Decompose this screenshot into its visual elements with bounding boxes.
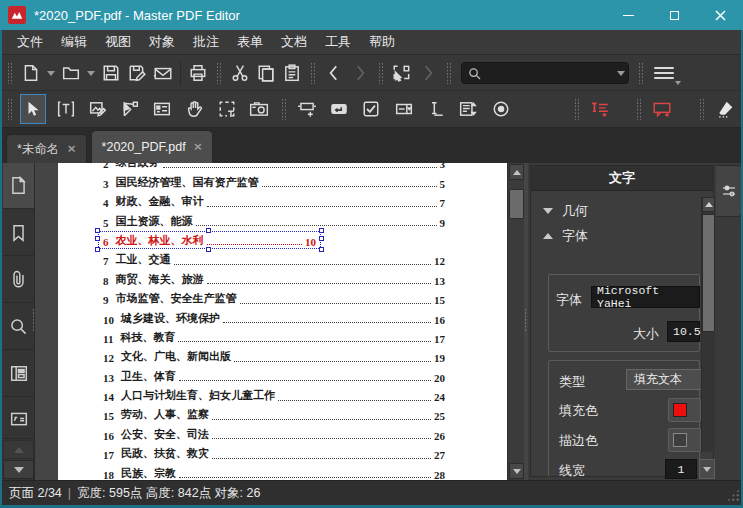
panel-scrollbar[interactable] <box>701 197 715 452</box>
search-box[interactable] <box>461 62 629 84</box>
maximize-button[interactable] <box>651 0 697 30</box>
document-scrollbar[interactable] <box>507 163 524 480</box>
toolbar-grip[interactable] <box>7 62 13 84</box>
toolbar-grip[interactable] <box>574 98 579 120</box>
snapshot-tool-icon[interactable] <box>214 94 240 124</box>
fit-page-icon[interactable] <box>415 60 441 86</box>
print-icon[interactable] <box>185 60 211 86</box>
sticky-note-annotation-icon[interactable] <box>587 94 613 124</box>
stroke-color-button[interactable] <box>668 428 701 452</box>
font-name-field[interactable]: Microsoft YaHei <box>591 286 700 308</box>
toc-entry[interactable]: 15 劳动、人事、监察 25 <box>103 403 445 422</box>
toolbar-grip[interactable] <box>636 98 641 120</box>
toc-entry[interactable]: 13 卫生、体育 20 <box>103 364 445 383</box>
section-geometry[interactable]: 几何 <box>543 202 588 220</box>
edit-text-tool-icon[interactable] <box>52 94 78 124</box>
fill-color-button[interactable] <box>668 398 701 422</box>
selection-handle[interactable] <box>95 236 100 241</box>
tab-untitled[interactable]: *未命名 × <box>6 134 87 163</box>
panel-side-tab[interactable] <box>716 165 741 217</box>
selection-handle[interactable] <box>206 228 211 233</box>
menu-annotation[interactable]: 批注 <box>184 30 228 54</box>
form-fields-panel-button[interactable] <box>3 351 34 397</box>
search-panel-button[interactable] <box>3 304 34 350</box>
selection-handle[interactable] <box>95 228 100 233</box>
panel-scrollbar-thumb[interactable] <box>702 214 715 332</box>
new-document-icon[interactable] <box>18 60 44 86</box>
push-button-field-icon[interactable] <box>326 94 352 124</box>
camera-tool-icon[interactable] <box>246 94 272 124</box>
signature-panel-button[interactable] <box>3 398 34 439</box>
selection-handle[interactable] <box>95 247 100 252</box>
tab-close-icon[interactable]: × <box>194 141 202 154</box>
new-document-dropdown-icon[interactable] <box>47 71 55 76</box>
open-file-dropdown-icon[interactable] <box>87 71 95 76</box>
toc-entry[interactable]: 10 城乡建设、环境保护 16 <box>103 306 445 325</box>
sidebar-splitter[interactable] <box>32 308 36 332</box>
toolbar-grip[interactable] <box>216 62 222 84</box>
tab-2020-pdf[interactable]: *2020_PDF.pdf × <box>91 130 213 163</box>
sidebar-scroll-down-button[interactable] <box>3 460 34 479</box>
fit-selection-icon[interactable] <box>389 60 415 86</box>
minimize-button[interactable] <box>605 0 651 30</box>
font-size-field[interactable]: 10.5 <box>667 321 700 342</box>
selection-handle[interactable] <box>319 236 324 241</box>
line-width-dropdown[interactable] <box>699 459 715 479</box>
combobox-field-icon[interactable] <box>391 94 417 124</box>
cut-icon[interactable] <box>227 60 253 86</box>
scrollbar-thumb[interactable] <box>509 189 524 219</box>
select-tool-icon[interactable] <box>20 94 46 124</box>
toolbar-grip[interactable] <box>281 98 286 120</box>
toc-entry[interactable]: 12 文化、广电、新闻出版 19 <box>103 345 445 364</box>
scroll-down-button[interactable] <box>509 463 524 479</box>
selection-handle[interactable] <box>319 247 324 252</box>
selection-box[interactable] <box>98 231 321 249</box>
eraser-tool-icon[interactable] <box>712 94 738 124</box>
search-input[interactable] <box>485 66 614 80</box>
paste-icon[interactable] <box>279 60 305 86</box>
attachments-panel-button[interactable] <box>3 257 34 303</box>
text-field-icon[interactable] <box>423 94 449 124</box>
toc-entry[interactable]: 3 国民经济管理、国有资产监管 5 <box>103 170 445 189</box>
checkbox-field-icon[interactable] <box>358 94 384 124</box>
toolbar-grip[interactable] <box>446 62 452 84</box>
form-editor-tool-icon[interactable] <box>149 94 175 124</box>
tab-close-icon[interactable]: × <box>67 143 75 156</box>
menu-document[interactable]: 文档 <box>272 30 316 54</box>
edit-path-tool-icon[interactable] <box>117 94 143 124</box>
menu-help[interactable]: 帮助 <box>360 30 404 54</box>
forward-icon[interactable] <box>347 60 373 86</box>
section-font[interactable]: 字体 <box>543 227 588 245</box>
selection-handle[interactable] <box>319 228 324 233</box>
pdf-page[interactable]: 2 综合政务 3 <box>58 163 507 480</box>
menu-object[interactable]: 对象 <box>140 30 184 54</box>
scroll-up-button[interactable] <box>509 164 524 180</box>
copy-icon[interactable] <box>253 60 279 86</box>
pages-panel-button[interactable] <box>3 163 34 209</box>
toc-entry[interactable]: 8 商贸、海关、旅游 13 <box>103 267 445 286</box>
open-file-icon[interactable] <box>58 60 84 86</box>
listbox-field-icon[interactable] <box>455 94 481 124</box>
toc-entry[interactable]: 2 综合政务 3 <box>103 163 445 170</box>
toolbar-grip[interactable] <box>310 62 316 84</box>
menu-tools[interactable]: 工具 <box>316 30 360 54</box>
toc-entry[interactable]: 17 民政、扶贫、救灾 27 <box>103 442 445 461</box>
toc-entry[interactable]: 11 科技、教育 17 <box>103 326 445 345</box>
type-dropdown[interactable]: 填充文本 <box>626 369 702 390</box>
close-button[interactable] <box>697 0 743 30</box>
save-icon[interactable] <box>98 60 124 86</box>
main-menu-icon[interactable] <box>649 60 679 86</box>
toc-entry[interactable]: 18 民族、宗教 28 <box>103 461 445 480</box>
back-icon[interactable] <box>321 60 347 86</box>
menu-view[interactable]: 视图 <box>96 30 140 54</box>
toolbar-grip[interactable] <box>699 98 704 120</box>
button-field-icon[interactable] <box>294 94 320 124</box>
toc-entry[interactable]: 6 农业、林业、水利 10 <box>103 229 445 248</box>
toc-entry[interactable]: 14 人口与计划生育、妇女儿童工作 24 <box>103 384 445 403</box>
edit-image-tool-icon[interactable] <box>85 94 111 124</box>
menu-forms[interactable]: 表单 <box>228 30 272 54</box>
toolbar-grip[interactable] <box>638 62 644 84</box>
save-as-icon[interactable] <box>124 60 150 86</box>
window-resize-grip[interactable] <box>726 488 740 502</box>
toc-entry[interactable]: 9 市场监管、安全生产监管 15 <box>103 287 445 306</box>
